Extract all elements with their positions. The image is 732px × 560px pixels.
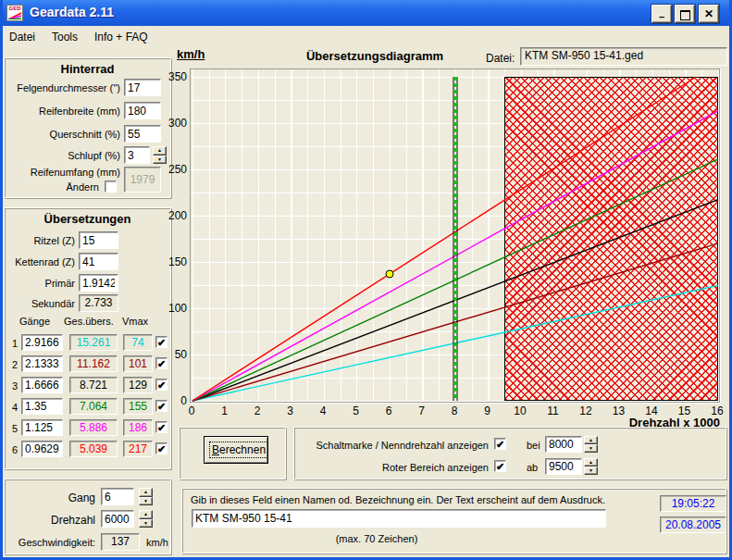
gear-ratio-input[interactable]	[21, 441, 63, 457]
primaer-input[interactable]	[79, 274, 118, 292]
menu-info-faq[interactable]: Info + FAQ	[91, 29, 152, 45]
reifenbreite-label: Reifenbreite (mm)	[6, 106, 120, 117]
menu-bar: Datei Tools Info + FAQ	[0, 26, 732, 46]
x-tick-label: 6	[379, 404, 398, 417]
drehzahl-spinner[interactable]	[139, 510, 153, 528]
gang-input[interactable]	[101, 488, 134, 505]
uebersetzungen-panel: Übersetzungen Ritzel (Z) Kettenrad (Z) P…	[4, 207, 171, 469]
kettenrad-label: Kettenrad (Z)	[6, 256, 75, 268]
querschnitt-label: Querschnitt (%)	[6, 129, 120, 140]
ab-label: ab	[527, 462, 538, 473]
x-tick-label: 4	[314, 404, 332, 417]
schaltmarke-checkbox[interactable]: ✔	[494, 438, 506, 450]
berechnen-button[interactable]: Berechnen	[204, 436, 268, 464]
header-vmax: Vmax	[122, 316, 148, 327]
y-tick-label: 200	[155, 209, 187, 221]
gear-ratio-input[interactable]	[21, 334, 63, 351]
nenndrehzahl-input[interactable]	[545, 436, 582, 453]
gear-nr: 5	[6, 423, 18, 434]
hinterrad-title: Hinterrad	[5, 62, 170, 76]
y-axis-title: km/h	[177, 47, 205, 61]
bei-label: bei	[527, 440, 540, 451]
gear-total: 5.886	[69, 419, 118, 436]
gear-lines-svg	[191, 69, 719, 402]
gear-checkbox[interactable]: ✔	[155, 336, 167, 348]
kettenrad-input[interactable]	[79, 253, 118, 270]
datei-label: Datei:	[486, 52, 515, 65]
gear-ratio-input[interactable]	[21, 355, 63, 372]
x-tick-label: 8	[445, 404, 464, 417]
drehzahl-label: Drehzahl	[6, 514, 95, 527]
berechnen-panel: Berechnen	[179, 427, 286, 479]
menu-datei[interactable]: Datei	[6, 29, 39, 45]
gear-total: 5.039	[69, 441, 118, 457]
gear-ratio-input[interactable]	[21, 419, 63, 436]
gang-spinner[interactable]	[139, 488, 153, 505]
x-tick-label: 1	[216, 404, 234, 417]
minimize-button[interactable]	[651, 5, 672, 23]
maximize-button[interactable]	[675, 5, 695, 23]
gear-vmax: 186	[123, 419, 153, 436]
gear-ratio-input[interactable]	[21, 398, 63, 415]
geschwindigkeit-label: Geschwindigkeit:	[6, 537, 95, 548]
geschwindigkeit-unit: km/h	[146, 537, 168, 548]
drehzahl-input[interactable]	[101, 510, 134, 528]
menu-tools[interactable]: Tools	[48, 29, 81, 45]
gear-vmax: 129	[123, 377, 153, 393]
sekundaer-label: Sekundär	[6, 298, 75, 309]
x-tick-label: 10	[511, 404, 529, 417]
schlupf-label: Schlupf (%)	[6, 150, 120, 161]
aendern-label: Ändern	[6, 181, 99, 193]
y-tick-label: 50	[155, 348, 187, 360]
app-icon-lines	[8, 12, 22, 19]
gear-nr: 2	[6, 359, 18, 370]
gear-vmax: 74	[123, 334, 153, 351]
gear-total: 8.721	[69, 377, 118, 393]
y-tick-label: 100	[155, 302, 187, 314]
geardata-window: GED Geardata 2.11 Datei Tools Info + FAQ…	[0, 0, 732, 560]
gear-ratio-input[interactable]	[21, 377, 63, 393]
clock-date: 20.08.2005	[660, 516, 726, 533]
close-button[interactable]	[699, 5, 719, 23]
gang-label: Gang	[6, 492, 95, 504]
clock-time: 19:05:22	[660, 495, 726, 512]
title-bar[interactable]: GED Geardata 2.11	[0, 0, 732, 26]
roter-ab-spinner[interactable]	[584, 458, 598, 475]
roter-ab-input[interactable]	[545, 458, 582, 475]
geschwindigkeit-value: 137	[101, 533, 140, 551]
uebersetzungen-title: Übersetzungen	[5, 212, 170, 226]
aendern-checkbox[interactable]	[105, 180, 117, 193]
datei-value: KTM SM-950 15-41.ged	[520, 47, 727, 66]
roter-bereich-checkbox[interactable]: ✔	[494, 460, 506, 472]
gear-nr: 6	[6, 444, 18, 455]
sekundaer-value: 2.733	[79, 294, 118, 312]
gear-vmax: 101	[123, 355, 153, 372]
gear-total: 7.064	[69, 398, 118, 415]
y-tick-label: 350	[155, 70, 187, 82]
y-tick-label: 250	[155, 163, 187, 175]
gear-checkbox[interactable]: ✔	[155, 379, 167, 391]
gear-total: 15.261	[69, 334, 118, 351]
ritzel-label: Ritzel (Z)	[6, 235, 75, 246]
gear-checkbox[interactable]: ✔	[155, 442, 167, 454]
nenndrehzahl-spinner[interactable]	[584, 436, 598, 453]
gear-nr: 4	[6, 402, 18, 413]
schlupf-input[interactable]	[124, 146, 150, 164]
max-chars-hint: (max. 70 Zeichen)	[284, 533, 469, 544]
window-title: Geardata 2.11	[30, 5, 114, 19]
schlupf-spinner[interactable]	[153, 146, 167, 164]
app-icon[interactable]: GED	[6, 5, 23, 21]
primaer-label: Primär	[6, 278, 75, 289]
ritzel-input[interactable]	[79, 231, 118, 249]
y-tick-label: 150	[155, 255, 187, 268]
chart-title: Übersetzungsdiagramm	[259, 49, 490, 63]
gear-vmax: 217	[123, 441, 153, 457]
gang-panel: Gang Drehzahl Geschwindigkeit: 137 km/h	[4, 479, 171, 554]
schaltmarke-label: Schaltmarke / Nenndrehzahl anzeigen	[299, 440, 489, 451]
x-tick-label: 3	[281, 404, 300, 417]
current-speed-marker	[386, 270, 393, 278]
gear-checkbox[interactable]: ✔	[155, 421, 167, 433]
x-tick-label: 0	[182, 404, 201, 417]
gear-nr: 1	[6, 338, 18, 349]
name-input[interactable]	[192, 509, 606, 528]
